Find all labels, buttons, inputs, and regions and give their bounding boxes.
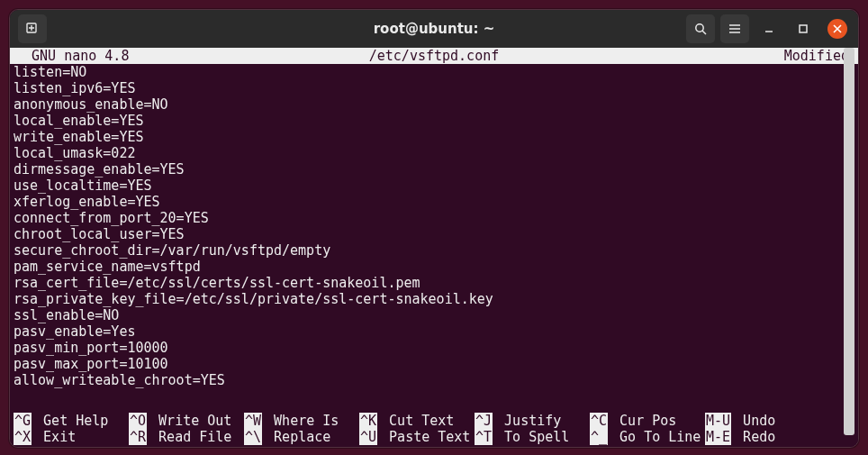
editor-line[interactable]: chroot_local_user=YES (14, 226, 858, 242)
editor-line[interactable]: allow_writeable_chroot=YES (14, 372, 858, 388)
close-button[interactable] (827, 19, 847, 39)
shortcut-label: Replace (266, 429, 330, 445)
editor-line[interactable]: secure_chroot_dir=/var/run/vsftpd/empty (14, 242, 858, 259)
nano-status-bar: GNU nano 4.8 /etc/vsftpd.conf Modified (10, 48, 858, 64)
svg-rect-2 (800, 25, 807, 32)
terminal-window: root@ubuntu: ~ (9, 9, 859, 448)
shortcut-key: M-E (705, 429, 731, 445)
titlebar: root@ubuntu: ~ (10, 10, 858, 48)
shortcut-item: ^W Where Is (244, 413, 359, 429)
shortcut-label: Read File (150, 429, 231, 445)
shortcut-item: ^U Paste Text (359, 429, 475, 445)
shortcut-label: Paste Text (381, 429, 470, 445)
shortcut-item: ^T To Spell (475, 429, 590, 445)
editor-line[interactable]: anonymous_enable=NO (14, 96, 858, 113)
shortcut-item: ^\ Replace (244, 429, 359, 445)
maximize-icon (797, 23, 809, 35)
shortcut-key: ^\ (244, 429, 262, 445)
editor-line[interactable]: listen=NO (14, 64, 858, 80)
editor-content[interactable]: listen=NOlisten_ipv6=YESanonymous_enable… (10, 64, 858, 388)
editor-line[interactable]: use_localtime=YES (14, 177, 858, 194)
scrollbar-track[interactable] (845, 48, 856, 447)
nano-version: GNU nano 4.8 (10, 48, 129, 64)
shortcut-label: Go To Line (611, 429, 701, 445)
svg-point-1 (696, 24, 703, 32)
shortcut-label: Redo (735, 429, 775, 445)
editor-line[interactable]: write_enable=YES (14, 129, 858, 145)
shortcut-label: Justify (496, 413, 561, 429)
shortcut-item: M-U Undo (705, 413, 820, 429)
editor-line[interactable]: rsa_private_key_file=/etc/ssl/private/ss… (14, 291, 858, 307)
search-button[interactable] (686, 14, 715, 43)
editor-line[interactable]: ssl_enable=NO (14, 307, 858, 323)
shortcut-key: ^X (14, 429, 32, 445)
shortcut-item: ^G Get Help (14, 413, 129, 429)
shortcut-item: ^C Cur Pos (590, 413, 705, 429)
shortcut-label: Cut Text (381, 413, 454, 429)
scrollbar-thumb[interactable] (844, 48, 854, 435)
new-tab-icon (25, 22, 40, 36)
editor-line[interactable]: local_umask=022 (14, 145, 858, 161)
menu-button[interactable] (720, 14, 749, 43)
shortcut-item: ^_ Go To Line (590, 429, 705, 445)
hamburger-icon (728, 22, 742, 36)
terminal[interactable]: GNU nano 4.8 /etc/vsftpd.conf Modified l… (10, 48, 858, 447)
editor-line[interactable]: dirmessage_enable=YES (14, 161, 858, 177)
shortcut-label: To Spell (496, 429, 569, 445)
shortcut-key: ^W (244, 413, 262, 429)
search-icon (693, 22, 708, 36)
editor-line[interactable]: connect_from_port_20=YES (14, 210, 858, 226)
editor-line[interactable]: pasv_min_port=10000 (14, 340, 858, 356)
minimize-icon (763, 23, 775, 35)
shortcut-item: ^J Justify (475, 413, 590, 429)
editor-line[interactable]: local_enable=YES (14, 113, 858, 129)
editor-line[interactable]: pasv_max_port=10100 (14, 356, 858, 372)
shortcut-key: ^U (359, 429, 377, 445)
shortcut-key: ^O (129, 413, 147, 429)
new-tab-button[interactable] (18, 14, 47, 43)
shortcut-label: Where Is (266, 413, 339, 429)
shortcut-key: ^G (14, 413, 32, 429)
nano-file-path: /etc/vsftpd.conf (10, 48, 858, 64)
maximize-button[interactable] (789, 14, 818, 43)
editor-line[interactable]: listen_ipv6=YES (14, 80, 858, 96)
editor-line[interactable]: pasv_enable=Yes (14, 323, 858, 340)
shortcut-item: ^X Exit (14, 429, 129, 445)
shortcut-item: ^K Cut Text (359, 413, 475, 429)
shortcut-label: Undo (735, 413, 775, 429)
shortcut-key: ^J (475, 413, 493, 429)
nano-shortcut-bar: ^G Get Help^O Write Out^W Where Is^K Cut… (10, 413, 858, 445)
close-icon (833, 24, 842, 33)
shortcut-key: ^T (475, 429, 493, 445)
shortcut-row: ^X Exit^R Read File^\ Replace^U Paste Te… (14, 429, 858, 445)
shortcut-key: ^_ (590, 429, 608, 445)
shortcut-key: M-U (705, 413, 731, 429)
shortcut-row: ^G Get Help^O Write Out^W Where Is^K Cut… (14, 413, 858, 429)
shortcut-label: Exit (35, 429, 76, 445)
shortcut-item: M-E Redo (705, 429, 820, 445)
shortcut-key: ^K (359, 413, 377, 429)
shortcut-key: ^R (129, 429, 147, 445)
shortcut-item: ^O Write Out (129, 413, 244, 429)
shortcut-key: ^C (590, 413, 608, 429)
editor-line[interactable]: rsa_cert_file=/etc/ssl/certs/ssl-cert-sn… (14, 275, 858, 291)
editor-line[interactable]: xferlog_enable=YES (14, 194, 858, 210)
minimize-button[interactable] (755, 14, 783, 43)
shortcut-label: Get Help (35, 413, 108, 429)
editor-line[interactable]: pam_service_name=vsftpd (14, 259, 858, 275)
shortcut-label: Cur Pos (611, 413, 676, 429)
shortcut-item: ^R Read File (129, 429, 244, 445)
shortcut-label: Write Out (150, 413, 231, 429)
